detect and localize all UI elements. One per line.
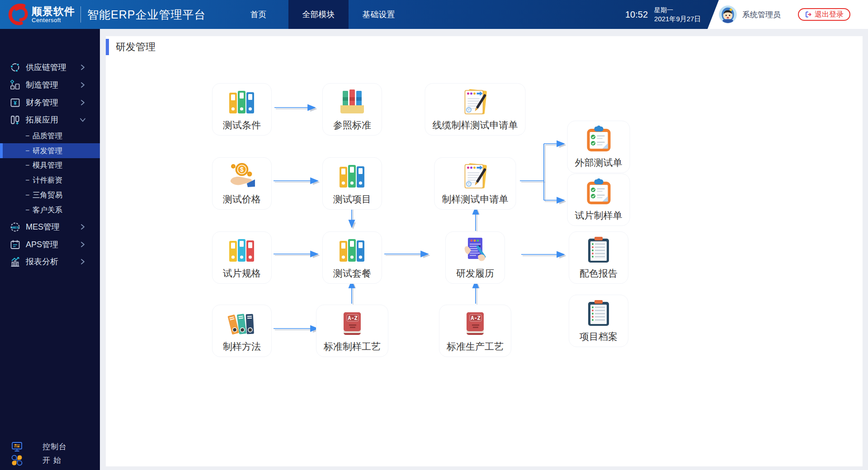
dash-prefix: − <box>25 206 29 214</box>
page-title: 研发管理 <box>116 40 156 54</box>
flow-node-reference-standard[interactable]: 参照标准 <box>322 83 382 136</box>
flow-node-label: 测试价格 <box>220 193 264 206</box>
flow-node-test-package[interactable]: 测试套餐 <box>322 231 382 284</box>
sidebar-item-manufacturing[interactable]: 制造管理 <box>0 78 100 92</box>
avatar[interactable] <box>719 5 737 24</box>
flow-node-label: 外部测试单 <box>575 156 623 169</box>
sidebar-item-piecework-salary[interactable]: − 计件薪资 <box>0 173 100 188</box>
flow-node-external-test-order[interactable]: 外部测试单 <box>567 121 630 173</box>
flow-node-label: 研发履历 <box>453 267 497 280</box>
flow-node-cable-sample-test-request[interactable]: 线缆制样测试申请单 <box>425 83 526 136</box>
chain-icon <box>9 62 21 73</box>
clipboard-list-icon <box>584 235 613 265</box>
sidebar-item-report-analysis[interactable]: 报表分析 <box>0 254 100 269</box>
flow-node-standard-sample-process[interactable]: A-Z 标准制样工艺 <box>316 305 388 357</box>
chevron-right-icon <box>79 63 87 71</box>
logo-divider <box>80 6 81 23</box>
flow-node-label: 标准生产工艺 <box>447 340 504 353</box>
binders-icon <box>227 235 257 265</box>
flow-node-label: 试片规格 <box>220 267 264 280</box>
sidebar-item-label: MES管理 <box>26 221 60 232</box>
start-icon <box>11 454 23 466</box>
sidebar-item-label: 制造管理 <box>26 80 58 90</box>
nav-tab-home[interactable]: 首页 <box>228 0 288 29</box>
erp-app-window: 顺景软件 Centersoft 智能ERP企业管理平台 首页 全部模块 基础设置… <box>0 0 868 470</box>
start-label: 开 始 <box>42 455 61 465</box>
sidebar-item-aps[interactable]: APS管理 <box>0 237 100 252</box>
flow-node-test-condition[interactable]: 测试条件 <box>212 83 272 136</box>
expand-icon <box>9 114 21 126</box>
hand-coin-icon: $ <box>227 161 257 191</box>
dictionary-book-icon: A-Z <box>460 309 490 338</box>
logout-icon <box>805 11 812 18</box>
sidebar-item-triangle-trade[interactable]: − 三角贸易 <box>0 188 100 202</box>
sidebar-item-label: 计件薪资 <box>33 175 62 185</box>
flow-node-label: 线缆制样测试申请单 <box>433 119 518 132</box>
flow-node-project-archive[interactable]: 项目档案 <box>569 295 628 347</box>
console-button[interactable]: 控制台 <box>0 440 100 453</box>
dash-prefix: − <box>25 191 29 199</box>
binders-icon <box>337 235 367 265</box>
document-pen-icon <box>460 161 490 191</box>
dash-prefix: − <box>25 147 29 155</box>
sidebar-item-label: 拓展应用 <box>26 114 58 125</box>
clipboard-check-icon <box>584 125 613 155</box>
brand-logo: 顺景软件 Centersoft 智能ERP企业管理平台 <box>6 3 206 26</box>
flow-node-label: 测试条件 <box>220 119 264 132</box>
flow-node-label: 配色报告 <box>576 267 621 280</box>
sidebar-item-finance[interactable]: ¥ 财务管理 <box>0 95 100 110</box>
flow-node-sample-spec[interactable]: 试片规格 <box>212 231 272 284</box>
flow-node-sample-method[interactable]: 制样方法 <box>212 305 272 357</box>
flow-node-test-item[interactable]: 测试项目 <box>322 157 382 210</box>
top-nav: 首页 全部模块 基础设置 <box>228 0 409 29</box>
sidebar-item-label: 供应链管理 <box>26 62 66 73</box>
flow-node-label: 制样测试申请单 <box>442 193 509 206</box>
sidebar-item-label: 模具管理 <box>33 160 62 170</box>
svg-text:¥: ¥ <box>14 100 17 106</box>
binders-icon <box>337 161 367 191</box>
sidebar-item-mold[interactable]: − 模具管理 <box>0 158 100 173</box>
sidebar-item-rd-management[interactable]: − 研发管理 <box>0 143 100 158</box>
svg-text:$: $ <box>240 166 244 173</box>
flow-node-rd-history[interactable]: 研发履历 <box>445 231 505 284</box>
sidebar-item-quality[interactable]: − 品质管理 <box>0 129 100 143</box>
nav-tab-all-modules[interactable]: 全部模块 <box>288 0 349 29</box>
start-button[interactable]: 开 始 <box>0 453 100 467</box>
console-label: 控制台 <box>42 442 67 452</box>
logout-button[interactable]: 退出登录 <box>798 8 850 21</box>
user-zone: 系统管理员 退出登录 <box>719 0 868 29</box>
logged-in-user: 系统管理员 <box>742 9 781 20</box>
sidebar-item-customer-relation[interactable]: − 客户关系 <box>0 203 100 217</box>
sidebar-item-expand-apps[interactable]: 拓展应用 <box>0 113 100 127</box>
page-header: 研发管理 <box>106 39 156 55</box>
flow-node-standard-production-process[interactable]: A-Z 标准生产工艺 <box>439 305 511 357</box>
dash-prefix: − <box>25 132 29 140</box>
sidebar-item-label: APS管理 <box>26 239 58 250</box>
flow-node-sample-piece-order[interactable]: 试片制样单 <box>567 174 630 226</box>
logo-subtitle: Centersoft <box>32 17 75 24</box>
books-icon <box>337 87 367 117</box>
sidebar-item-mes[interactable]: MES MES管理 <box>0 220 100 234</box>
app-title: 智能ERP企业管理平台 <box>87 7 206 22</box>
report-chart-icon <box>9 256 21 268</box>
chevron-right-icon <box>79 81 87 89</box>
clock-weekday: 星期一 <box>654 5 701 14</box>
topbar: 顺景软件 Centersoft 智能ERP企业管理平台 首页 全部模块 基础设置… <box>0 0 868 29</box>
sidebar-item-supply-chain[interactable]: 供应链管理 <box>0 60 100 75</box>
svg-text:A-Z: A-Z <box>471 315 481 321</box>
flow-node-sample-test-request[interactable]: 制样测试申请单 <box>434 157 516 210</box>
finance-icon: ¥ <box>9 97 21 108</box>
sidebar-item-label: 研发管理 <box>33 146 62 156</box>
chevron-right-icon <box>79 258 87 266</box>
flow-node-color-report[interactable]: 配色报告 <box>569 231 628 284</box>
svg-text:A-Z: A-Z <box>348 315 358 321</box>
flow-node-label: 参照标准 <box>330 119 374 132</box>
aps-calendar-icon <box>9 239 21 250</box>
chevron-down-icon <box>79 116 87 124</box>
clipboard-list-icon <box>584 299 613 329</box>
nav-tab-basic-settings[interactable]: 基础设置 <box>349 0 409 29</box>
flow-node-test-price[interactable]: $ 测试价格 <box>212 157 272 210</box>
document-pen-icon <box>460 87 490 117</box>
sidebar-item-label: 客户关系 <box>33 205 62 215</box>
mes-gear-icon: MES <box>9 221 21 233</box>
